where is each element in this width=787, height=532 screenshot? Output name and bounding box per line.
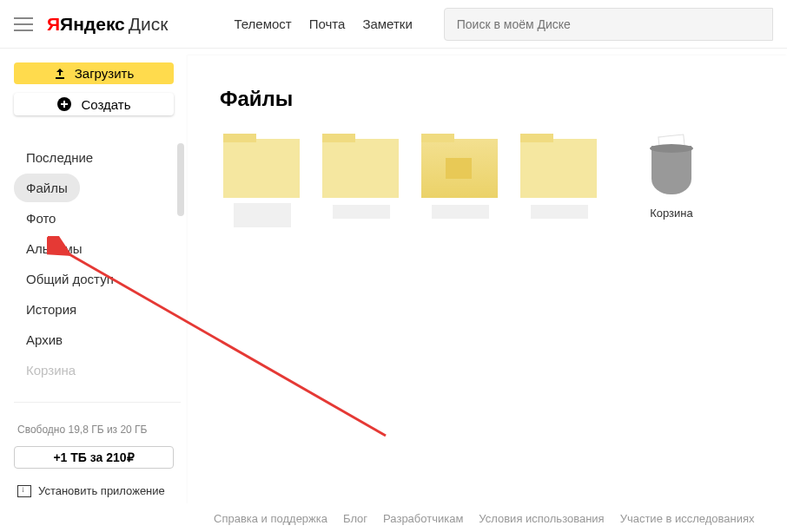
footer-link-research[interactable]: Участие в исследованиях: [620, 512, 755, 525]
sidebar-item-albums[interactable]: Альбомы: [14, 234, 95, 263]
sidebar-item-archive[interactable]: Архив: [14, 325, 75, 354]
search-input[interactable]: [457, 17, 760, 31]
footer-link-developers[interactable]: Разработчикам: [383, 512, 463, 525]
header-link-mail[interactable]: Почта: [309, 16, 346, 31]
folder-icon: [220, 139, 303, 227]
menu-icon[interactable]: [14, 17, 33, 31]
sidebar-item-photo[interactable]: Фото: [14, 204, 68, 233]
sidebar-item-trash[interactable]: Корзина: [14, 356, 88, 384]
storage-upgrade-button[interactable]: +1 ТБ за 210₽: [14, 446, 174, 469]
folder-item[interactable]: [220, 139, 303, 227]
logo[interactable]: ЯЯндекс Диск: [47, 14, 168, 35]
footer-link-blog[interactable]: Блог: [343, 512, 367, 525]
header-link-notes[interactable]: Заметки: [362, 16, 412, 31]
download-icon: [17, 485, 31, 497]
folder-icon: [418, 139, 501, 227]
footer: Справка и поддержка Блог Разработчикам У…: [208, 504, 787, 532]
main-content: Файлы: [188, 56, 787, 504]
sidebar-nav: Последние Файлы Фото Альбомы Общий досту…: [14, 143, 181, 384]
sidebar-item-recent[interactable]: Последние: [14, 143, 105, 172]
create-label: Создать: [81, 97, 130, 112]
footer-link-terms[interactable]: Условия использования: [479, 512, 604, 525]
folder-grid: Корзина: [220, 139, 787, 227]
folder-icon: [319, 139, 402, 227]
folder-item[interactable]: [418, 139, 501, 227]
folder-item[interactable]: [517, 139, 600, 227]
folder-icon: [517, 139, 600, 227]
install-app-link[interactable]: Установить приложение: [14, 484, 181, 497]
trash-label: Корзина: [650, 207, 693, 220]
trash-icon: [646, 139, 697, 198]
header-links: Телемост Почта Заметки: [234, 16, 412, 31]
upload-icon: [54, 68, 66, 80]
folder-item[interactable]: [319, 139, 402, 227]
footer-link-help[interactable]: Справка и поддержка: [214, 512, 327, 525]
sidebar-item-shared[interactable]: Общий доступ: [14, 265, 126, 293]
storage-text: Свободно 19,8 ГБ из 20 ГБ: [14, 402, 181, 436]
upload-label: Загрузить: [75, 66, 135, 81]
logo-secondary: Диск: [129, 14, 169, 35]
create-button[interactable]: Создать: [14, 93, 174, 115]
trash-item[interactable]: Корзина: [630, 139, 713, 227]
header: ЯЯндекс Диск Телемост Почта Заметки: [0, 0, 787, 49]
sidebar-item-history[interactable]: История: [14, 295, 89, 324]
search-box[interactable]: [444, 8, 773, 41]
sidebar-item-files[interactable]: Файлы: [14, 174, 80, 202]
header-link-telemost[interactable]: Телемост: [234, 16, 291, 31]
page-title: Файлы: [220, 87, 787, 111]
sidebar: Загрузить Создать Последние Файлы Фото А…: [0, 49, 188, 504]
plus-circle-icon: [56, 96, 72, 112]
logo-primary: Яндекс: [60, 14, 125, 34]
upload-button[interactable]: Загрузить: [14, 62, 174, 84]
install-app-label: Установить приложение: [38, 484, 165, 497]
